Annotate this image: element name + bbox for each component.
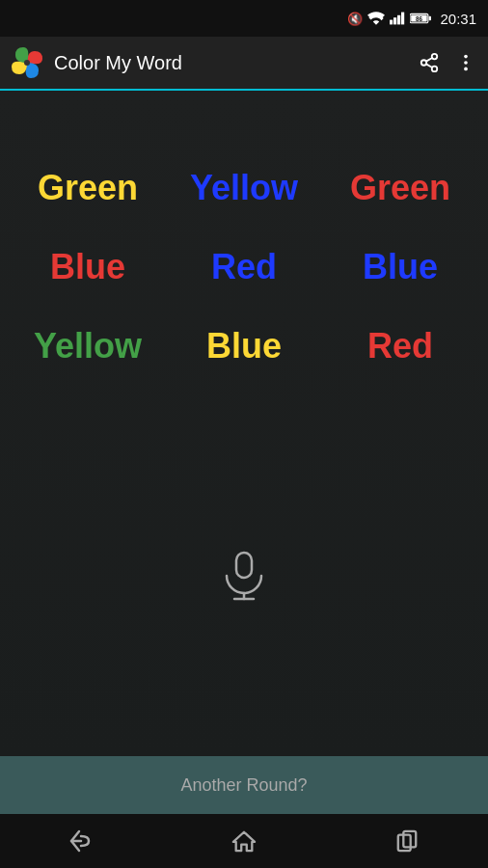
wifi-icon bbox=[367, 12, 385, 25]
svg-rect-5 bbox=[429, 16, 431, 21]
svg-line-12 bbox=[426, 64, 432, 68]
word-cell-6[interactable]: Yellow bbox=[10, 307, 166, 386]
status-time: 20:31 bbox=[440, 11, 476, 27]
word-cell-5[interactable]: Blue bbox=[322, 228, 478, 307]
word-green-red[interactable]: Green bbox=[350, 168, 450, 208]
microphone-icon[interactable] bbox=[223, 551, 265, 601]
word-cell-8[interactable]: Red bbox=[322, 307, 478, 386]
app-logo bbox=[12, 47, 42, 78]
svg-text:86: 86 bbox=[416, 15, 422, 22]
word-cell-1[interactable]: Yellow bbox=[166, 149, 322, 228]
app-title: Color My Word bbox=[54, 52, 419, 74]
svg-point-16 bbox=[464, 68, 468, 71]
word-cell-0[interactable]: Green bbox=[10, 149, 166, 228]
app-bar-actions bbox=[419, 52, 476, 73]
word-blue-red[interactable]: Blue bbox=[50, 247, 125, 287]
mic-area[interactable] bbox=[0, 386, 488, 756]
nav-bar bbox=[0, 814, 488, 868]
recents-nav-icon[interactable] bbox=[393, 829, 420, 853]
mute-icon: 🔇 bbox=[347, 12, 363, 26]
word-cell-7[interactable]: Blue bbox=[166, 307, 322, 386]
svg-rect-17 bbox=[236, 553, 252, 578]
battery-icon: 86 bbox=[410, 13, 431, 24]
word-yellow-green[interactable]: Yellow bbox=[34, 326, 142, 366]
svg-rect-3 bbox=[401, 13, 404, 25]
svg-point-15 bbox=[464, 61, 468, 65]
main-content: Green Yellow Green Blue Red Blue Yellow … bbox=[0, 91, 488, 756]
svg-line-13 bbox=[426, 58, 432, 62]
svg-point-8 bbox=[24, 60, 30, 66]
signal-icon bbox=[390, 12, 405, 25]
svg-rect-2 bbox=[397, 15, 400, 25]
svg-point-9 bbox=[432, 54, 438, 60]
svg-rect-1 bbox=[393, 17, 396, 24]
word-cell-2[interactable]: Green bbox=[322, 149, 478, 228]
svg-point-11 bbox=[432, 67, 438, 72]
word-red-red[interactable]: Red bbox=[367, 326, 433, 366]
app-bar: Color My Word bbox=[0, 37, 488, 91]
svg-rect-0 bbox=[390, 20, 393, 25]
word-cell-3[interactable]: Blue bbox=[10, 228, 166, 307]
status-icons: 🔇 86 20:31 bbox=[347, 11, 476, 27]
word-grid: Green Yellow Green Blue Red Blue Yellow … bbox=[0, 149, 488, 386]
svg-point-10 bbox=[421, 60, 427, 66]
word-yellow-blue[interactable]: Yellow bbox=[190, 168, 298, 208]
word-red-blue[interactable]: Red bbox=[211, 247, 277, 287]
home-nav-icon[interactable] bbox=[230, 829, 258, 853]
another-round-button[interactable]: Another Round? bbox=[0, 756, 488, 814]
svg-point-14 bbox=[464, 55, 468, 59]
word-blue-blue[interactable]: Blue bbox=[363, 247, 438, 287]
word-green-yellow[interactable]: Green bbox=[38, 168, 138, 208]
back-nav-icon[interactable] bbox=[68, 829, 95, 853]
status-bar: 🔇 86 20:31 bbox=[0, 0, 488, 37]
share-icon[interactable] bbox=[419, 52, 440, 73]
word-cell-4[interactable]: Red bbox=[166, 228, 322, 307]
word-blue-yellow[interactable]: Blue bbox=[206, 326, 282, 366]
more-icon[interactable] bbox=[455, 52, 476, 73]
